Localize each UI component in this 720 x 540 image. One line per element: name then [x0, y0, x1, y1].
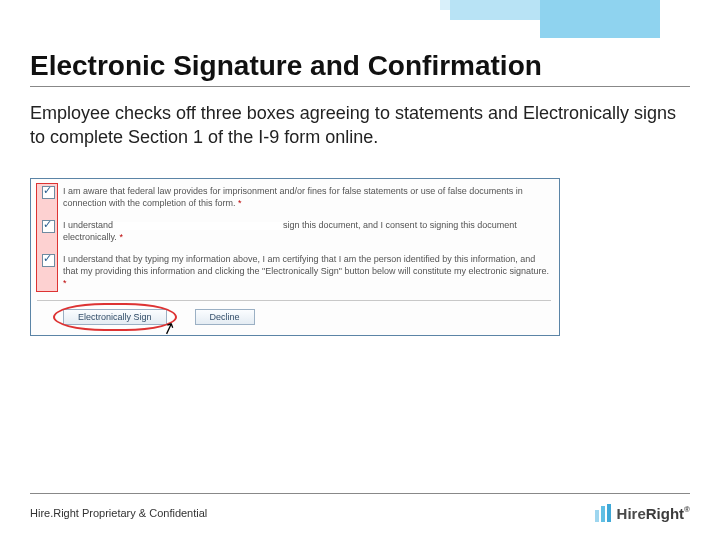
- check-row-3: I understand that by typing my informati…: [39, 253, 551, 289]
- page-subtitle: Employee checks off three boxes agreeing…: [30, 101, 690, 150]
- button-row: Electronically Sign Decline ↖: [37, 309, 551, 325]
- checkbox-icon[interactable]: [42, 254, 55, 267]
- divider: [37, 300, 551, 301]
- form-screenshot: I am aware that federal law provides for…: [30, 178, 560, 336]
- check-row-2: I understandsign this document, and I co…: [39, 219, 551, 243]
- check-text-2: I understandsign this document, and I co…: [63, 219, 551, 243]
- footer-note: Hire.Right Proprietary & Confidential: [30, 507, 207, 519]
- footer: Hire.Right Proprietary & Confidential Hi…: [30, 493, 690, 522]
- header-decoration: [460, 0, 660, 38]
- check-row-1: I am aware that federal law provides for…: [39, 185, 551, 209]
- slide-content: Electronic Signature and Confirmation Em…: [30, 50, 690, 336]
- hireright-logo: HireRight®: [595, 504, 690, 522]
- electronically-sign-button[interactable]: Electronically Sign: [63, 309, 167, 325]
- checkbox-group: I am aware that federal law provides for…: [37, 185, 551, 290]
- check-text-3: I understand that by typing my informati…: [63, 253, 551, 289]
- checkbox-icon[interactable]: [42, 186, 55, 199]
- check-text-1: I am aware that federal law provides for…: [63, 185, 551, 209]
- page-title: Electronic Signature and Confirmation: [30, 50, 690, 87]
- decline-button[interactable]: Decline: [195, 309, 255, 325]
- logo-text: HireRight®: [617, 505, 690, 522]
- checkbox-icon[interactable]: [42, 220, 55, 233]
- logo-bars-icon: [595, 504, 611, 522]
